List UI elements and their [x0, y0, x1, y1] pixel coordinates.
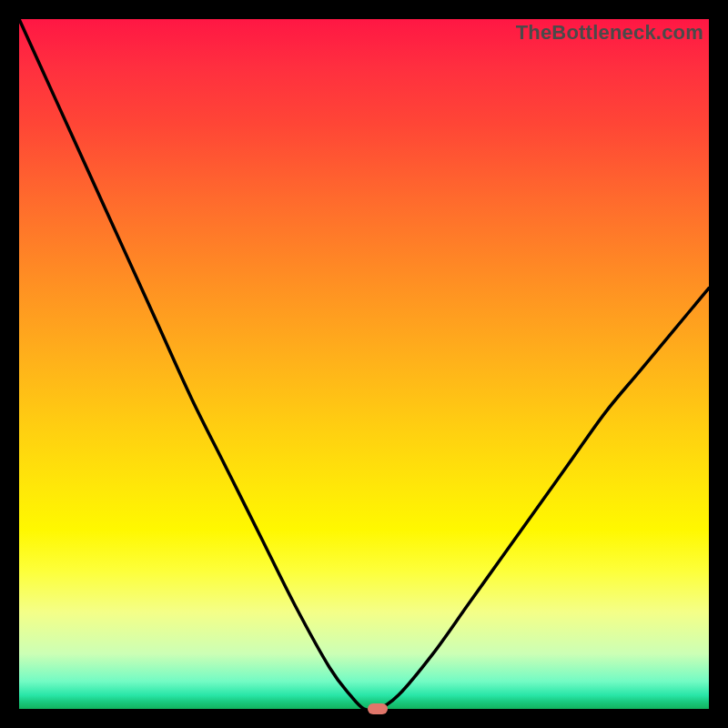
optimum-marker	[368, 703, 388, 714]
chart-frame: TheBottleneck.com	[0, 0, 728, 728]
plot-area: TheBottleneck.com	[19, 19, 709, 709]
bottleneck-curve	[19, 19, 709, 709]
